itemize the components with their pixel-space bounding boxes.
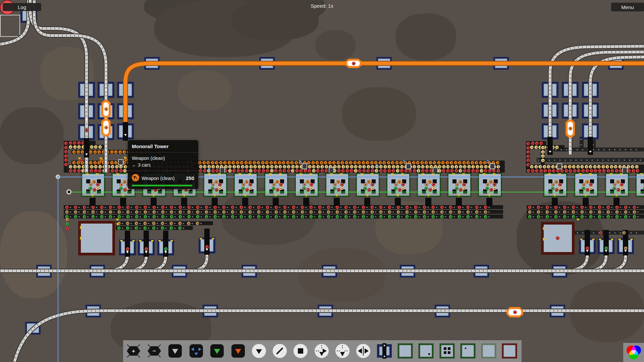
stop-tool-button[interactable]	[292, 343, 309, 359]
assembler-machine[interactable]	[447, 173, 472, 197]
conveyor-belt[interactable]: ◂◂◂◂◂◂◂◂◂◂	[116, 221, 213, 225]
conveyor-belt[interactable]: ◂◂◂◂◂◂◂◂◂◂◂◂◂◂◂◂◂◂◂◂◂◂◂◂◂◂◂◂◂◂◂◂◂◂◂◂◂◂◂◂…	[64, 215, 503, 219]
storage-depot[interactable]	[78, 221, 115, 255]
monorail-car[interactable]	[101, 119, 111, 136]
conveyor-belt[interactable]: ◂◂◂◂◂◂◂◂	[116, 226, 193, 230]
monorail-station[interactable]	[318, 305, 333, 317]
assembler-machine[interactable]	[356, 173, 380, 197]
belt-module[interactable]	[302, 163, 307, 169]
monorail-car[interactable]	[101, 100, 111, 118]
monorail-station[interactable]	[78, 103, 95, 119]
monorail-station[interactable]	[259, 57, 275, 70]
monorail-station[interactable]	[117, 82, 134, 98]
monorail-car[interactable]	[345, 59, 362, 68]
conveyor-belt[interactable]: ◂◂◂◂◂◂◂◂◂◂◂◂◂	[527, 210, 644, 214]
monorail-station[interactable]	[172, 265, 187, 278]
monorail-track[interactable]	[14, 311, 111, 362]
belt-blue-multi-button[interactable]	[188, 343, 204, 359]
belt-orange-button[interactable]	[230, 343, 246, 359]
belt-module[interactable]	[490, 163, 495, 169]
monorail-station[interactable]	[552, 265, 567, 278]
conveyor-belt[interactable]	[64, 141, 68, 173]
monorail-station-button[interactable]	[376, 343, 392, 359]
monorail-station[interactable]	[582, 82, 599, 98]
monorail-station[interactable]	[542, 103, 558, 119]
monorail-station[interactable]	[376, 57, 392, 70]
assembler-machine[interactable]	[294, 173, 319, 197]
monorail-station[interactable]	[78, 82, 95, 98]
belt-gray-button[interactable]	[167, 343, 183, 359]
monorail-car[interactable]	[506, 307, 523, 317]
depot-red-button[interactable]	[501, 343, 518, 359]
monorail-station[interactable]	[78, 124, 95, 140]
belt-item	[560, 169, 564, 173]
assembler-machine[interactable]	[325, 173, 350, 197]
assembler-machine[interactable]	[81, 173, 105, 197]
monorail-station[interactable]	[474, 265, 489, 278]
conveyor-belt[interactable]: ◂◂◂◂◂◂◂◂◂◂◂◂◂◂◂◂◂◂◂◂◂◂◂◂◂◂◂◂◂◂◂◂◂◂◂◂◂◂◂◂…	[64, 210, 503, 214]
monorail-station[interactable]	[322, 265, 337, 278]
conveyor-belt[interactable]: ◂◂◂◂◂◂◂◂◂◂◂◂◂◂◂◂	[553, 147, 644, 152]
game-viewport[interactable]: ◂◂◂◂◂◂◂◂◂◂◂◂◂◂◂◂◂◂◂◂◂◂◂◂◂◂◂◂◂◂◂◂◂◂◂◂◂◂◂◂…	[0, 0, 644, 362]
monorail-station[interactable]	[550, 305, 565, 317]
color-wheel-button[interactable]	[623, 343, 644, 362]
conveyor-belt[interactable]: ◂◂◂◂◂◂◂◂◂◂◂◂◂	[527, 215, 644, 219]
slash-tool-button[interactable]	[272, 343, 288, 359]
assembler-machine[interactable]	[478, 173, 502, 197]
monorail-station[interactable]	[86, 305, 101, 317]
monorail-station[interactable]	[542, 82, 558, 98]
belt-module[interactable]	[406, 163, 411, 169]
assembler-machine[interactable]	[264, 173, 288, 197]
hex-remove-button[interactable]: −	[146, 343, 162, 359]
monorail-track[interactable]	[14, 311, 111, 362]
monorail-station[interactable]	[493, 57, 509, 70]
splitter-right-down-button[interactable]	[314, 343, 330, 359]
assembler-machine[interactable]	[417, 173, 441, 197]
assembler-machine[interactable]	[635, 173, 644, 197]
merger-down-button[interactable]	[334, 343, 351, 359]
monorail-track[interactable]	[14, 311, 111, 362]
monorail-station[interactable]	[25, 322, 41, 335]
conveyor-belt[interactable]: ▸▸▸▸▸▸▸▸▸▸▸▸▸▸▸▸▸▸▸▸	[537, 158, 644, 162]
depot-plain-button[interactable]	[397, 343, 413, 359]
belt-module[interactable]	[118, 159, 123, 165]
assembler-machine[interactable]	[386, 173, 411, 197]
splitter-left-right-button[interactable]	[355, 343, 371, 359]
depot-grid-button[interactable]	[439, 343, 455, 359]
assembler-machine[interactable]	[233, 173, 258, 197]
depot-light-button[interactable]	[481, 343, 497, 359]
conveyor-belt[interactable]: ◂◂◂◂◂◂◂◂◂◂◂◂◂◂◂◂◂◂◂◂◂◂◂◂◂◂◂◂◂◂◂◂◂◂◂◂◂◂◂◂…	[64, 205, 503, 209]
monorail-station[interactable]	[435, 305, 450, 317]
depot-dot-tl-button[interactable]	[460, 343, 476, 359]
assembler-machine[interactable]	[574, 173, 598, 197]
monorail-station[interactable]	[562, 103, 579, 119]
menu-button[interactable]: Menu	[611, 3, 644, 11]
depot-dot-br-button[interactable]	[418, 343, 434, 359]
drop-gray-button[interactable]	[251, 343, 267, 359]
monorail-station[interactable]	[144, 57, 160, 70]
selection-line-green[interactable]	[69, 192, 644, 192]
monorail-station[interactable]	[608, 57, 624, 70]
monorail-station[interactable]	[36, 265, 52, 278]
monorail-station[interactable]	[117, 103, 134, 119]
assembler-machine[interactable]	[543, 173, 568, 197]
monorail-station[interactable]	[241, 265, 257, 278]
monorail-station[interactable]	[562, 82, 579, 98]
assembler-machine[interactable]	[605, 173, 629, 197]
belt-green-button[interactable]	[209, 343, 225, 359]
monorail-station[interactable]	[90, 265, 105, 278]
belt-arrow: ◂	[410, 215, 411, 219]
conveyor-belt[interactable]	[64, 141, 96, 145]
storage-depot[interactable]	[541, 222, 575, 255]
selection-line-blue[interactable]	[58, 177, 58, 362]
hex-add-button[interactable]: +	[125, 343, 142, 359]
selection-handle-blue[interactable]	[55, 174, 60, 179]
monorail-station[interactable]	[203, 305, 218, 317]
selection-handle-green[interactable]	[66, 189, 72, 195]
monorail-station[interactable]	[582, 103, 599, 119]
conveyor-belt[interactable]	[529, 145, 565, 149]
assembler-machine[interactable]	[203, 173, 227, 197]
monorail-car[interactable]	[566, 120, 575, 137]
belt-module[interactable]	[557, 163, 562, 169]
monorail-station[interactable]	[400, 265, 415, 278]
